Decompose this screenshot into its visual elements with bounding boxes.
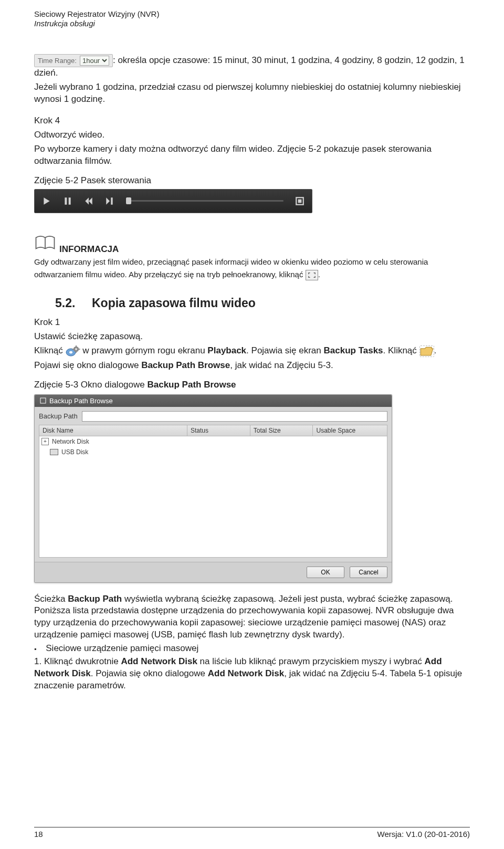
step1-line-b: Kliknąć w prawym górnym rogu ekranu Play…: [34, 345, 470, 358]
disk-table-header: Disk Name Status Total Size Usable Space: [39, 425, 387, 436]
after-dialog-paragraph: Ścieżka Backup Path wyświetla wybraną śc…: [34, 593, 470, 642]
dialog-titlebar: Backup Path Browse: [35, 395, 392, 407]
svg-rect-2: [69, 197, 71, 205]
figure-5-3-caption: Zdjęcie 5-3 Okno dialogowe Backup Path B…: [34, 379, 470, 391]
pause-icon[interactable]: [63, 196, 72, 206]
fullscreen-toggle-icon[interactable]: [295, 196, 304, 206]
svg-rect-16: [78, 349, 80, 350]
page-number: 18: [34, 830, 43, 838]
step1-line-c: Pojawi się okno dialogowe Backup Path Br…: [34, 360, 470, 372]
numbered-step-1: 1. Kliknąć dwukrotnie Add Network Disk n…: [34, 656, 470, 692]
backup-path-browse-dialog: Backup Path Browse Backup Path Disk Name…: [34, 394, 392, 583]
playback-control-bar: [34, 189, 312, 213]
svg-rect-6: [111, 197, 112, 205]
fullscreen-icon[interactable]: [306, 270, 318, 280]
step4-line-a: Odtworzyć wideo.: [34, 129, 470, 141]
svg-point-10: [69, 351, 72, 353]
cancel-button[interactable]: Cancel: [350, 567, 387, 578]
svg-point-12: [75, 348, 77, 350]
step4-label: Krok 4: [34, 115, 470, 127]
step1-line-a: Ustawić ścieżkę zapasową.: [34, 331, 470, 343]
book-icon: [34, 234, 56, 255]
usb-disk-icon: [50, 449, 58, 455]
volume-slider[interactable]: [126, 200, 284, 202]
step-forward-icon[interactable]: [105, 196, 114, 206]
list-item[interactable]: USB Disk: [39, 447, 387, 457]
time-options-text-b: Jeżeli wybrano 1 godzina, przedział czas…: [34, 81, 470, 106]
list-item[interactable]: + Network Disk: [39, 436, 387, 447]
svg-marker-5: [106, 197, 110, 205]
time-options-paragraph: Time Range: 1hour : określa opcje czasow…: [34, 54, 470, 79]
info-line2: odtwarzaniem filmu wideo. Aby przełączyć…: [34, 269, 470, 280]
svg-rect-14: [76, 351, 77, 353]
info-line1: Gdy odtwarzany jest film wideo, przeciąg…: [34, 257, 470, 267]
col-status[interactable]: Status: [187, 425, 250, 436]
svg-marker-3: [85, 197, 89, 205]
expander-icon[interactable]: +: [41, 438, 49, 445]
step-back-icon[interactable]: [84, 196, 93, 206]
dialog-title-icon: [40, 397, 46, 404]
bullet-nas: Sieciowe urządzenie pamięci masowej: [34, 643, 470, 654]
version-string: Wersja: V1.0 (20-01-2016): [377, 830, 470, 838]
time-range-select[interactable]: 1hour: [80, 56, 109, 66]
info-heading: INFORMACJA: [59, 244, 119, 255]
svg-rect-1: [65, 197, 67, 205]
time-range-widget[interactable]: Time Range: 1hour: [34, 54, 113, 67]
time-range-label: Time Range:: [38, 56, 77, 66]
backup-gear-icon[interactable]: [66, 345, 80, 358]
ok-button[interactable]: OK: [307, 567, 344, 578]
svg-rect-17: [40, 398, 46, 403]
play-icon[interactable]: [42, 196, 51, 206]
col-total-size[interactable]: Total Size: [250, 425, 313, 436]
dialog-title-text: Backup Path Browse: [49, 397, 113, 405]
doc-header-subtitle: Instrukcja obsługi: [34, 19, 470, 28]
doc-header-title: Sieciowy Rejestrator Wizyjny (NVR): [34, 9, 470, 19]
svg-rect-13: [76, 345, 77, 347]
backup-path-input[interactable]: [82, 411, 387, 422]
svg-rect-8: [298, 199, 302, 203]
svg-marker-4: [89, 197, 92, 205]
section-5-2-heading: 5.2.Kopia zapasowa filmu wideo: [55, 296, 470, 310]
col-usable-space[interactable]: Usable Space: [313, 425, 387, 436]
svg-marker-0: [44, 197, 49, 205]
disk-list: + Network Disk USB Disk: [39, 436, 387, 558]
step1-label: Krok 1: [34, 317, 470, 329]
step4-line-b: Po wyborze kamery i daty można odtworzyć…: [34, 143, 470, 167]
figure-5-2-caption: Zdjęcie 5-2 Pasek sterowania: [34, 175, 470, 187]
col-disk-name[interactable]: Disk Name: [39, 425, 187, 436]
svg-rect-15: [72, 349, 74, 350]
backup-path-label: Backup Path: [39, 412, 78, 420]
folder-open-icon[interactable]: [419, 345, 434, 357]
